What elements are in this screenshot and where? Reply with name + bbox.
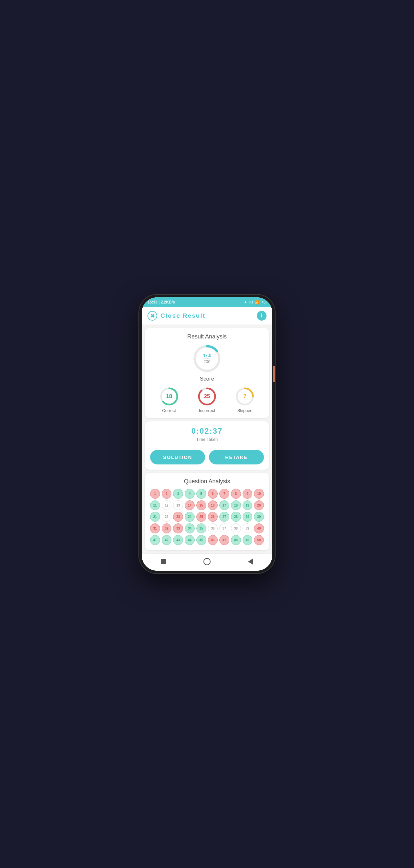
incorrect-value: 25 (204, 393, 210, 400)
status-icons: ★ ⅠⅡⅡ 📶 [43] (244, 300, 267, 305)
question-circle-10[interactable]: 10 (254, 489, 264, 499)
correct-value: 18 (166, 393, 172, 400)
incorrect-stat: 25 Incorrect (197, 387, 217, 413)
circle-icon (203, 558, 211, 565)
signal-icon: ⅠⅡⅡ (249, 300, 253, 305)
question-circle-15[interactable]: 15 (196, 500, 206, 510)
result-analysis-card: Result Analysis 47.0 200 (145, 328, 269, 418)
score-ring-container: 47.0 200 (150, 344, 264, 373)
question-circle-3[interactable]: 3 (173, 489, 183, 499)
question-circle-4[interactable]: 4 (185, 489, 195, 499)
question-circle-18[interactable]: 18 (231, 500, 241, 510)
nav-recent-button[interactable] (246, 557, 255, 566)
wifi-icon: 📶 (254, 300, 259, 305)
score-label: Score (150, 376, 264, 382)
question-circle-2[interactable]: 2 (162, 489, 172, 499)
question-circle-50[interactable]: 50 (254, 535, 264, 545)
question-circle-1[interactable]: 1 (150, 489, 160, 499)
skipped-label: Skipped (237, 408, 252, 413)
phone-inner: 16:33 | 2.2KB/s ★ ⅠⅡⅡ 📶 [43] ✖ Close Res… (142, 297, 272, 571)
score-ring-text: 47.0 200 (203, 352, 211, 365)
question-circle-40[interactable]: 40 (254, 523, 264, 533)
info-button[interactable]: i (257, 311, 267, 321)
score-denominator: 200 (203, 359, 211, 365)
question-circle-27[interactable]: 27 (219, 512, 229, 522)
question-circle-23[interactable]: 23 (173, 512, 183, 522)
skipped-stat: 7 Skipped (235, 387, 254, 413)
question-circle-8[interactable]: 8 (231, 489, 241, 499)
incorrect-label: Incorrect (199, 408, 215, 413)
stats-row: 18 Correct 25 Incorrect (150, 387, 264, 413)
question-circle-35[interactable]: 35 (196, 523, 206, 533)
battery-icon: [43] (261, 300, 267, 304)
score-ring: 47.0 200 (193, 344, 221, 373)
question-circle-36[interactable]: 36 (208, 523, 218, 533)
question-circle-6[interactable]: 6 (208, 489, 218, 499)
question-circle-29[interactable]: 29 (243, 512, 252, 522)
question-circle-7[interactable]: 7 (219, 489, 229, 499)
question-circle-20[interactable]: 20 (254, 500, 264, 510)
bluetooth-icon: ★ (244, 300, 247, 305)
question-circle-9[interactable]: 9 (243, 489, 252, 499)
question-circle-11[interactable]: 11 (150, 500, 160, 510)
skipped-ring: 7 (235, 387, 254, 406)
question-circle-30[interactable]: 30 (254, 512, 264, 522)
question-circle-34[interactable]: 34 (185, 523, 195, 533)
question-circle-49[interactable]: 49 (243, 535, 252, 545)
question-circle-24[interactable]: 24 (185, 512, 195, 522)
score-numerator: 47.0 (203, 352, 211, 358)
nav-back-button[interactable] (159, 557, 168, 566)
question-circle-21[interactable]: 21 (150, 512, 160, 522)
header-title: Close Result (161, 312, 253, 319)
question-circle-37[interactable]: 37 (219, 523, 229, 533)
question-circle-25[interactable]: 25 (196, 512, 206, 522)
nav-home-button[interactable] (203, 557, 211, 566)
question-circle-32[interactable]: 32 (162, 523, 172, 533)
question-circle-16[interactable]: 16 (208, 500, 218, 510)
scroll-content[interactable]: Result Analysis 47.0 200 (142, 325, 272, 554)
phone-outer: 16:33 | 2.2KB/s ★ ⅠⅡⅡ 📶 [43] ✖ Close Res… (139, 295, 275, 573)
correct-ring: 18 (160, 387, 179, 406)
square-icon (161, 559, 166, 564)
question-analysis-title: Question Analysis (150, 478, 264, 485)
solution-button[interactable]: SOLUTION (150, 450, 205, 464)
question-circle-46[interactable]: 46 (208, 535, 218, 545)
question-circle-41[interactable]: 41 (150, 535, 160, 545)
question-grid: 1234567891011121314151617181920212223242… (150, 489, 264, 545)
question-circle-5[interactable]: 5 (196, 489, 206, 499)
skipped-value: 7 (244, 393, 246, 400)
question-circle-12[interactable]: 12 (162, 500, 172, 510)
bottom-nav (142, 554, 272, 571)
question-analysis-card: Question Analysis 1234567891011121314151… (145, 473, 269, 550)
question-circle-45[interactable]: 45 (196, 535, 206, 545)
retake-button[interactable]: RETAKE (209, 450, 264, 464)
incorrect-ring: 25 (197, 387, 217, 406)
question-circle-13[interactable]: 13 (173, 500, 183, 510)
question-circle-31[interactable]: 31 (150, 523, 160, 533)
question-circle-28[interactable]: 28 (231, 512, 241, 522)
time-display: 0:02:37 (150, 427, 264, 436)
correct-stat: 18 Correct (160, 387, 179, 413)
question-circle-14[interactable]: 14 (185, 500, 195, 510)
time-card: 0:02:37 Time Taken SOLUTION RETAKE (145, 422, 269, 470)
question-circle-38[interactable]: 38 (231, 523, 241, 533)
status-bar: 16:33 | 2.2KB/s ★ ⅠⅡⅡ 📶 [43] (142, 297, 272, 307)
question-circle-44[interactable]: 44 (185, 535, 195, 545)
header: ✖ Close Result i (142, 307, 272, 325)
question-circle-39[interactable]: 39 (243, 523, 252, 533)
question-circle-33[interactable]: 33 (173, 523, 183, 533)
correct-label: Correct (162, 408, 176, 413)
question-circle-22[interactable]: 22 (162, 512, 172, 522)
question-circle-26[interactable]: 26 (208, 512, 218, 522)
question-circle-43[interactable]: 43 (173, 535, 183, 545)
question-circle-48[interactable]: 48 (231, 535, 241, 545)
triangle-icon (248, 558, 253, 565)
question-circle-19[interactable]: 19 (243, 500, 252, 510)
question-circle-47[interactable]: 47 (219, 535, 229, 545)
buttons-row: SOLUTION RETAKE (150, 450, 264, 464)
close-button[interactable]: ✖ (147, 311, 157, 321)
time-label: Time Taken (150, 437, 264, 446)
question-circle-42[interactable]: 42 (162, 535, 172, 545)
question-circle-17[interactable]: 17 (219, 500, 229, 510)
side-button (273, 366, 275, 382)
